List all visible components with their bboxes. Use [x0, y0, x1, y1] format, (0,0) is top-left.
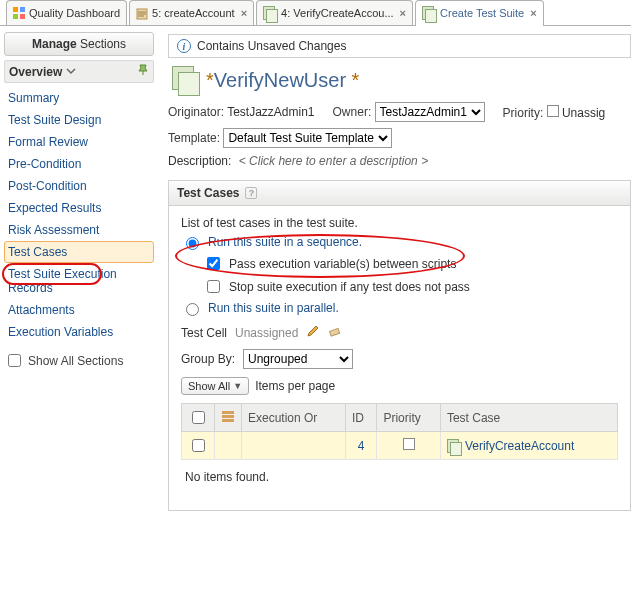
test-suite-icon [172, 66, 200, 94]
test-case-cell[interactable]: VerifyCreateAccount [440, 432, 617, 460]
description-placeholder[interactable]: < Click here to enter a description > [239, 154, 428, 168]
pass-variables-option[interactable]: Pass execution variable(s) between scrip… [203, 254, 618, 273]
edit-icon[interactable] [306, 324, 320, 341]
label: Manage [32, 37, 77, 51]
close-icon[interactable]: × [400, 7, 406, 19]
sidebar-item-risk-assessment[interactable]: Risk Assessment [4, 219, 154, 241]
priority-header[interactable]: Priority [377, 404, 440, 432]
priority-icon [547, 105, 559, 117]
show-all-sections-checkbox[interactable]: Show All Sections [4, 351, 154, 370]
overview-header[interactable]: Overview [4, 60, 154, 83]
execution-order-header[interactable]: Execution Or [242, 404, 346, 432]
checkbox[interactable] [8, 354, 21, 367]
title-text: VerifyNewUser [214, 69, 346, 91]
no-items-text: No items found. [185, 470, 614, 484]
checkbox[interactable] [192, 411, 205, 424]
pin-icon[interactable] [137, 64, 149, 79]
show-all-button[interactable]: Show All ▼ [181, 377, 249, 395]
test-cell-row: Test Cell Unassigned [181, 324, 618, 341]
sidebar-item-test-suite-execution-records[interactable]: Test Suite Execution Records [4, 263, 154, 299]
test-case-header[interactable]: Test Case [440, 404, 617, 432]
dirty-marker: * [206, 69, 214, 91]
sidebar-item-pre-condition[interactable]: Pre-Condition [4, 153, 154, 175]
tab-create-account[interactable]: 5: createAccount × [129, 0, 254, 25]
id-header[interactable]: ID [345, 404, 377, 432]
clear-icon[interactable] [328, 324, 342, 341]
sidebar-item-attachments[interactable]: Attachments [4, 299, 154, 321]
meta-row-1: Originator: TestJazzAdmin1 Owner: TestJa… [168, 102, 631, 122]
priority-icon [403, 438, 415, 450]
svg-rect-4 [222, 415, 234, 418]
group-by-label: Group By: [181, 352, 235, 366]
svg-rect-2 [330, 328, 340, 336]
type-column-header[interactable] [215, 404, 242, 432]
test-cell-label: Test Cell [181, 326, 227, 340]
dashboard-icon [13, 7, 25, 19]
radio[interactable] [186, 237, 199, 250]
tab-verify-create-account[interactable]: 4: VerifyCreateAccou... × [256, 0, 413, 25]
sidebar-item-post-condition[interactable]: Post-Condition [4, 175, 154, 197]
run-sequence-option[interactable]: Run this suite in a sequence. [181, 234, 618, 250]
help-icon[interactable]: ? [245, 187, 257, 199]
suite-icon [422, 6, 436, 20]
section-header-test-cases: Test Cases ? [168, 180, 631, 206]
page-title[interactable]: *VerifyNewUser * [206, 69, 359, 92]
select-all-header[interactable] [182, 404, 215, 432]
execution-order-cell [242, 432, 346, 460]
close-icon[interactable]: × [530, 7, 536, 19]
suite-icon [447, 439, 461, 453]
section-intro: List of test cases in the test suite. [181, 216, 618, 230]
unsaved-changes-banner: i Contains Unsaved Changes [168, 34, 631, 58]
label: Sections [77, 37, 126, 51]
priority-value[interactable]: Unassig [562, 106, 605, 120]
checkbox[interactable] [192, 439, 205, 452]
test-cell-value: Unassigned [235, 326, 298, 340]
owner-label: Owner: [333, 105, 372, 119]
tab-create-test-suite[interactable]: Create Test Suite × [415, 0, 544, 25]
tab-quality-dashboard[interactable]: Quality Dashboard [6, 0, 127, 25]
close-icon[interactable]: × [241, 7, 247, 19]
label: Pass execution variable(s) between scrip… [229, 257, 456, 271]
label: Show All Sections [28, 354, 123, 368]
tab-label: 5: createAccount [152, 7, 235, 19]
sidebar-item-expected-results[interactable]: Expected Results [4, 197, 154, 219]
chevron-down-icon: ▼ [233, 381, 242, 391]
sidebar-item-formal-review[interactable]: Formal Review [4, 131, 154, 153]
sidebar-item-summary[interactable]: Summary [4, 87, 154, 109]
dirty-marker: * [346, 69, 359, 91]
stop-on-fail-option[interactable]: Stop suite execution if any test does no… [203, 277, 618, 296]
meta-row-2: Template: Default Test Suite Template [168, 128, 631, 148]
group-by-select[interactable]: Ungrouped [243, 349, 353, 369]
label: Overview [9, 65, 62, 79]
id-cell[interactable]: 4 [345, 432, 377, 460]
sidebar-item-test-cases[interactable]: Test Cases [4, 241, 154, 263]
checkbox[interactable] [207, 257, 220, 270]
message: Contains Unsaved Changes [197, 39, 346, 53]
checkbox[interactable] [207, 280, 220, 293]
test-case-table: Execution Or ID Priority Test Case 4 [181, 403, 618, 460]
plan-icon [136, 6, 148, 19]
label: Run this suite in a sequence. [208, 235, 362, 249]
description-label: Description: [168, 154, 231, 168]
svg-rect-3 [222, 411, 234, 414]
priority-cell [377, 432, 440, 460]
items-per-page-label: Items per page [255, 379, 335, 393]
label: Stop suite execution if any test does no… [229, 280, 470, 294]
row-select-cell[interactable] [182, 432, 215, 460]
table-row[interactable]: 4 VerifyCreateAccount [182, 432, 618, 460]
manage-sections-button[interactable]: Manage Sections [4, 32, 154, 56]
suite-icon [263, 6, 277, 20]
group-by-row: Group By: Ungrouped [181, 349, 618, 369]
sidebar-item-test-suite-design[interactable]: Test Suite Design [4, 109, 154, 131]
template-label: Template: [168, 131, 220, 145]
originator-value: TestJazzAdmin1 [227, 105, 314, 119]
run-parallel-option[interactable]: Run this suite in parallel. [181, 300, 618, 316]
owner-select[interactable]: TestJazzAdmin1 [375, 102, 485, 122]
sidebar-item-execution-variables[interactable]: Execution Variables [4, 321, 154, 343]
template-select[interactable]: Default Test Suite Template [223, 128, 392, 148]
content-area: i Contains Unsaved Changes *VerifyNewUse… [158, 26, 631, 607]
radio[interactable] [186, 303, 199, 316]
editor-tabs: Quality Dashboard 5: createAccount × 4: … [0, 0, 631, 26]
test-case-link[interactable]: VerifyCreateAccount [465, 439, 574, 453]
originator-label: Originator: [168, 105, 224, 119]
